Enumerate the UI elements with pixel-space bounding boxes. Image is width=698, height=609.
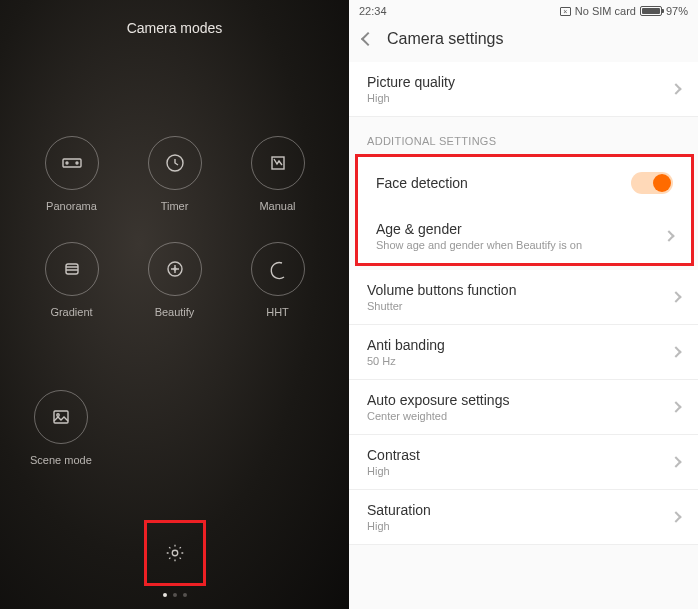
mode-panorama[interactable]: Panorama	[30, 136, 113, 212]
gear-icon	[164, 542, 186, 564]
chevron-right-icon	[670, 456, 681, 467]
row-title: Contrast	[367, 447, 420, 463]
chevron-right-icon	[670, 346, 681, 357]
svg-rect-5	[66, 264, 78, 274]
status-sim: No SIM card	[575, 5, 636, 17]
page-indicator	[163, 593, 187, 597]
no-sim-icon: ×	[560, 7, 571, 16]
battery-icon	[640, 6, 662, 16]
page-title: Camera settings	[387, 30, 504, 48]
row-title: Saturation	[367, 502, 431, 518]
status-bar: 22:34 × No SIM card 97%	[349, 0, 698, 20]
svg-point-9	[57, 414, 59, 416]
mode-beautify[interactable]: Beautify	[133, 242, 216, 318]
scene-icon	[49, 405, 73, 429]
row-title: Face detection	[376, 175, 468, 191]
panorama-icon	[60, 151, 84, 175]
chevron-right-icon	[670, 83, 681, 94]
timer-icon	[163, 151, 187, 175]
beautify-icon	[163, 257, 187, 281]
svg-point-7	[174, 268, 176, 270]
page-dot	[163, 593, 167, 597]
status-battery: 97%	[666, 5, 688, 17]
row-title: Auto exposure settings	[367, 392, 509, 408]
mode-label: Gradient	[50, 306, 92, 318]
row-anti-banding[interactable]: Anti banding 50 Hz	[349, 325, 698, 380]
chevron-right-icon	[670, 291, 681, 302]
mode-label: Scene mode	[30, 454, 92, 466]
camera-modes-panel: Camera modes Panorama Timer Manual Gradi…	[0, 0, 349, 609]
settings-button[interactable]	[144, 520, 206, 586]
row-volume-buttons[interactable]: Volume buttons function Shutter	[349, 270, 698, 325]
face-detection-toggle[interactable]	[631, 172, 673, 194]
mode-gradient[interactable]: Gradient	[30, 242, 113, 318]
svg-point-2	[76, 162, 78, 164]
row-sub: High	[367, 92, 455, 104]
row-title: Anti banding	[367, 337, 445, 353]
row-auto-exposure[interactable]: Auto exposure settings Center weighted	[349, 380, 698, 435]
chevron-right-icon	[663, 230, 674, 241]
hht-icon	[266, 257, 290, 281]
mode-grid: Panorama Timer Manual Gradient Beautify …	[0, 46, 349, 318]
mode-manual[interactable]: Manual	[236, 136, 319, 212]
mode-hht[interactable]: HHT	[236, 242, 319, 318]
row-sub: Show age and gender when Beautify is on	[376, 239, 582, 251]
svg-rect-8	[54, 411, 68, 423]
row-title: Picture quality	[367, 74, 455, 90]
row-sub: Center weighted	[367, 410, 509, 422]
row-sub: Shutter	[367, 300, 516, 312]
row-sub: High	[367, 520, 431, 532]
mode-scene[interactable]: Scene mode	[30, 390, 92, 466]
settings-list: Picture quality High ADDITIONAL SETTINGS…	[349, 62, 698, 609]
status-time: 22:34	[359, 5, 387, 17]
svg-point-10	[172, 550, 178, 556]
chevron-right-icon	[670, 401, 681, 412]
back-icon[interactable]	[361, 32, 375, 46]
mode-label: Panorama	[46, 200, 97, 212]
row-sub: 50 Hz	[367, 355, 445, 367]
row-contrast[interactable]: Contrast High	[349, 435, 698, 490]
row-saturation[interactable]: Saturation High	[349, 490, 698, 545]
manual-icon	[266, 151, 290, 175]
mode-label: HHT	[266, 306, 289, 318]
row-title: Age & gender	[376, 221, 582, 237]
highlight-box: Face detection Age & gender Show age and…	[355, 154, 694, 266]
group-additional: ADDITIONAL SETTINGS	[349, 117, 698, 155]
svg-point-1	[66, 162, 68, 164]
camera-settings-panel: 22:34 × No SIM card 97% Camera settings …	[349, 0, 698, 609]
chevron-right-icon	[670, 511, 681, 522]
row-picture-quality[interactable]: Picture quality High	[349, 62, 698, 117]
mode-timer[interactable]: Timer	[133, 136, 216, 212]
gradient-icon	[60, 257, 84, 281]
camera-modes-title: Camera modes	[0, 0, 349, 46]
mode-label: Manual	[259, 200, 295, 212]
page-dot	[183, 593, 187, 597]
mode-label: Timer	[161, 200, 189, 212]
row-title: Volume buttons function	[367, 282, 516, 298]
settings-header: Camera settings	[349, 20, 698, 62]
mode-label: Beautify	[155, 306, 195, 318]
page-dot	[173, 593, 177, 597]
row-face-detection[interactable]: Face detection	[358, 157, 691, 209]
row-sub: High	[367, 465, 420, 477]
row-age-gender[interactable]: Age & gender Show age and gender when Be…	[358, 209, 691, 263]
